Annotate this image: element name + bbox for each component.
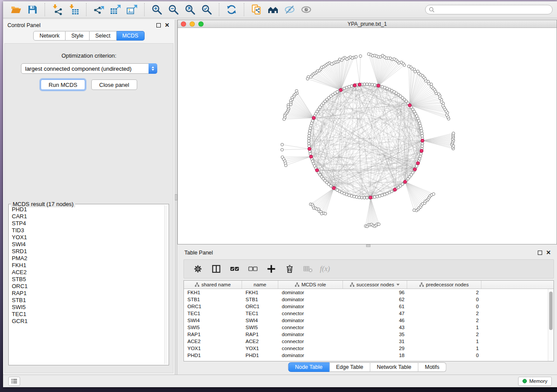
tab-network-table[interactable]: Network Table: [370, 362, 419, 372]
table-row[interactable]: SWI4SWI4dominator462: [184, 317, 548, 324]
table-row[interactable]: STB1STB1dominator620: [184, 296, 548, 303]
toolbar-separator: [144, 3, 145, 16]
new-network-from-selection-icon[interactable]: [249, 3, 264, 17]
open-file-icon[interactable]: [8, 3, 23, 17]
tab-node-table[interactable]: Node Table: [288, 362, 329, 372]
zoom-selected-icon[interactable]: [199, 3, 214, 17]
mcds-result-item[interactable]: ACE2: [10, 269, 164, 276]
tab-select[interactable]: Select: [90, 31, 117, 41]
hide-selected-icon[interactable]: [282, 3, 297, 17]
float-panel-icon[interactable]: [538, 251, 542, 255]
toolbar-separator: [219, 3, 219, 16]
add-column-icon[interactable]: [263, 261, 279, 276]
run-mcds-button[interactable]: Run MCDS: [41, 79, 85, 90]
zoom-in-icon[interactable]: [149, 3, 164, 17]
float-panel-icon[interactable]: [156, 23, 161, 28]
tab-mcds[interactable]: MCDS: [117, 31, 145, 41]
tab-network[interactable]: Network: [33, 31, 66, 41]
show-all-icon[interactable]: [299, 3, 314, 17]
mcds-result-item[interactable]: STP4: [10, 220, 164, 227]
first-neighbors-icon[interactable]: [266, 3, 280, 17]
toggle-columns-icon[interactable]: [208, 261, 224, 276]
column-header-name[interactable]: name: [242, 281, 278, 289]
scrollbar-thumb[interactable]: [549, 292, 553, 330]
export-network-icon[interactable]: [91, 3, 106, 17]
minimize-window-icon[interactable]: [190, 21, 195, 27]
column-label: shared name: [201, 282, 231, 287]
network-graph: [178, 28, 557, 244]
zoom-out-icon[interactable]: [166, 3, 181, 17]
control-panel-tabs: NetworkStyleSelectMCDS: [3, 31, 175, 41]
control-panel-header: Control Panel ✕: [3, 20, 175, 31]
table-cell: 29: [343, 345, 407, 352]
table-row[interactable]: SWI5SWI5connector431: [184, 324, 548, 331]
table-row[interactable]: YOX1YOX1connector291: [184, 345, 548, 352]
mcds-result-item[interactable]: GCR1: [10, 318, 164, 325]
mcds-result-item[interactable]: RAP1: [10, 290, 164, 297]
table-row[interactable]: FKH1FKH1dominator962: [184, 289, 548, 296]
export-image-icon[interactable]: [125, 3, 139, 17]
maximize-window-icon[interactable]: [198, 21, 204, 27]
mcds-result-item[interactable]: SRD1: [10, 248, 164, 255]
network-canvas[interactable]: [178, 28, 557, 244]
tab-edge-table[interactable]: Edge Table: [329, 362, 370, 372]
refresh-layout-icon[interactable]: [224, 3, 239, 17]
zoom-fit-icon[interactable]: [183, 3, 197, 17]
save-session-icon[interactable]: [25, 3, 40, 17]
mcds-result-list[interactable]: PHD1CAR1STP4TID3YOX1SWI4SRD1PMA2FKH1ACE2…: [10, 206, 164, 364]
toolbar-separator: [244, 3, 244, 16]
mcds-result-item[interactable]: STB1: [10, 297, 164, 304]
column-header-predecessor-nodes[interactable]: predecessor nodes: [407, 281, 481, 289]
tab-motifs[interactable]: Motifs: [418, 362, 446, 372]
table-cell: 43: [343, 324, 407, 331]
mcds-result-item[interactable]: YOX1: [10, 234, 164, 241]
close-panel-icon[interactable]: ✕: [165, 23, 170, 28]
table-cell: YOX1: [242, 345, 278, 352]
mcds-result-item[interactable]: PHD1: [10, 206, 164, 213]
mcds-result-item[interactable]: PMA2: [10, 255, 164, 262]
table-row[interactable]: ACE2ACE2connector311: [184, 338, 548, 345]
mcds-result-item[interactable]: STB5: [10, 276, 164, 283]
search-input[interactable]: [437, 6, 552, 14]
column-header-mcds-role[interactable]: MCDS role: [278, 281, 343, 289]
column-header-successor-nodes[interactable]: successor nodes: [343, 281, 407, 289]
memory-status-icon: [522, 379, 527, 383]
network-titlebar[interactable]: YPA_prune.txt_1: [178, 20, 557, 28]
close-panel-button[interactable]: Close panel: [91, 79, 137, 90]
table-cell: 2: [407, 310, 481, 317]
table-body: FKH1FKH1dominator962STB1STB1dominator620…: [184, 289, 548, 361]
mcds-result-item[interactable]: CAR1: [10, 213, 164, 220]
mcds-list-scrollbar[interactable]: [164, 205, 168, 364]
table-row[interactable]: PHD1PHD1dominator180: [184, 352, 548, 359]
column-header-shared-name[interactable]: shared name: [184, 281, 242, 289]
table-cell: dominator: [278, 352, 343, 359]
delete-selected-columns-icon[interactable]: [282, 261, 298, 276]
table-cell: dominator: [278, 289, 343, 296]
deselect-all-rows-icon[interactable]: [245, 261, 261, 276]
close-window-icon[interactable]: [181, 21, 186, 27]
mcds-result-item[interactable]: TEC1: [10, 311, 164, 318]
mcds-result-item[interactable]: SWI5: [10, 304, 164, 311]
show-panels-button[interactable]: [8, 377, 20, 386]
close-panel-icon[interactable]: ✕: [546, 251, 551, 255]
table-cell: TEC1: [184, 310, 242, 317]
mcds-result-item[interactable]: ORC1: [10, 283, 164, 290]
mcds-result-item[interactable]: FKH1: [10, 262, 164, 269]
table-settings-icon[interactable]: [190, 261, 206, 276]
window-controls: [178, 21, 204, 27]
select-all-rows-icon[interactable]: [227, 261, 242, 276]
tab-style[interactable]: Style: [66, 31, 90, 41]
export-table-icon[interactable]: [108, 3, 123, 17]
optimization-criterion-select[interactable]: largest connected component (undirected): [21, 63, 157, 74]
network-view-frame: YPA_prune.txt_1: [177, 20, 557, 244]
memory-button[interactable]: Memory: [518, 377, 552, 386]
mcds-result-item[interactable]: TID3: [10, 227, 164, 234]
import-table-icon[interactable]: [66, 3, 81, 17]
table-scrollbar[interactable]: [548, 289, 554, 361]
search-field[interactable]: [425, 5, 553, 14]
mcds-result-item[interactable]: SWI4: [10, 241, 164, 248]
table-row[interactable]: RAP1RAP1dominator352: [184, 331, 548, 338]
table-row[interactable]: ORC1ORC1dominator610: [184, 303, 548, 310]
table-row[interactable]: TEC1TEC1connector472: [184, 310, 548, 317]
import-network-icon[interactable]: [50, 3, 65, 17]
